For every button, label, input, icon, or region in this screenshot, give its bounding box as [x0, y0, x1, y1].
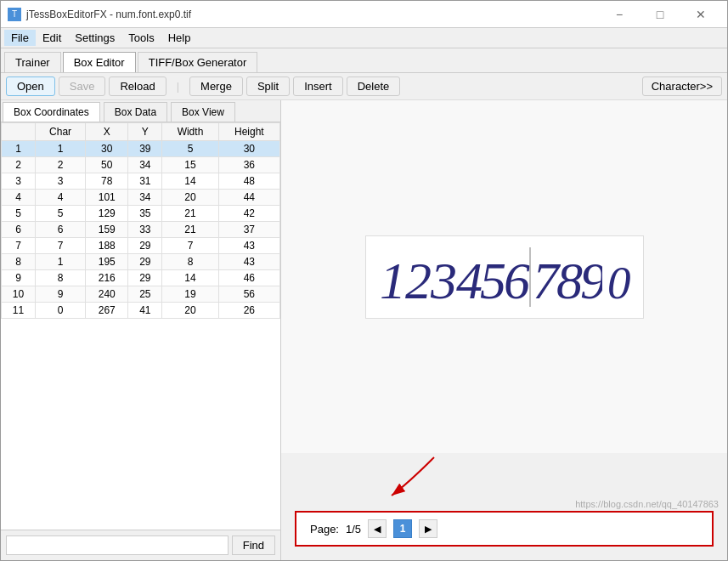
table-row[interactable]: 3378311448 — [2, 173, 280, 190]
menu-file[interactable]: File — [4, 30, 36, 46]
table-cell: 2 — [36, 157, 86, 173]
watermark: https://blog.csdn.net/qq_40147863 — [575, 499, 719, 509]
svg-text:8: 8 — [556, 252, 583, 309]
svg-text:3: 3 — [430, 252, 457, 309]
table-cell: 216 — [86, 270, 128, 286]
table-cell: 29 — [128, 238, 162, 254]
table-cell: 6 — [2, 222, 36, 238]
table-cell: 9 — [36, 286, 86, 303]
table-cell: 34 — [128, 157, 162, 173]
tab-tiff-generator[interactable]: TIFF/Box Generator — [138, 52, 258, 72]
sub-tab-box-coordinates[interactable]: Box Coordinates — [3, 102, 100, 122]
menu-tools[interactable]: Tools — [121, 30, 161, 46]
table-cell: 14 — [162, 173, 218, 190]
table-row[interactable]: 7718829743 — [2, 238, 280, 254]
sub-tab-box-view[interactable]: Box View — [171, 102, 235, 122]
right-panel: 1 2 3 4 5 6 7 — [281, 100, 727, 560]
digits-svg: 1 2 3 4 5 6 7 — [373, 243, 602, 311]
table-cell: 43 — [218, 238, 279, 254]
app-icon: T — [8, 8, 21, 21]
table-cell: 25 — [128, 286, 162, 303]
current-page-button[interactable]: 1 — [393, 519, 412, 538]
merge-button[interactable]: Merge — [189, 76, 243, 96]
split-button[interactable]: Split — [246, 76, 290, 96]
table-cell: 56 — [218, 286, 279, 303]
delete-button[interactable]: Delete — [347, 76, 401, 96]
table-cell: 188 — [86, 238, 128, 254]
table-row[interactable]: 66159332137 — [2, 222, 280, 238]
table-row[interactable]: 44101342044 — [2, 190, 280, 206]
data-table-container[interactable]: Char X Y Width Height 113039530225034153… — [1, 122, 280, 530]
table-cell: 48 — [218, 173, 279, 190]
table-cell: 1 — [2, 141, 36, 157]
table-cell: 44 — [218, 190, 279, 206]
close-button[interactable]: ✕ — [681, 1, 720, 28]
table-cell: 1 — [36, 254, 86, 270]
table-cell: 46 — [218, 270, 279, 286]
search-input[interactable] — [6, 536, 229, 555]
search-bar: Find — [1, 530, 280, 560]
table-row[interactable]: 113039530 — [2, 141, 280, 157]
table-cell: 31 — [128, 173, 162, 190]
arrow-svg — [332, 453, 502, 504]
table-cell: 21 — [162, 222, 218, 238]
table-cell: 1 — [36, 141, 86, 157]
insert-button[interactable]: Insert — [293, 76, 343, 96]
table-row[interactable]: 98216291446 — [2, 270, 280, 286]
page-info: 1/5 — [346, 523, 361, 536]
sub-tab-box-data[interactable]: Box Data — [104, 102, 167, 122]
table-cell: 240 — [86, 286, 128, 303]
table-cell: 8 — [2, 254, 36, 270]
table-row[interactable]: 109240251956 — [2, 286, 280, 303]
table-cell: 35 — [128, 206, 162, 222]
table-cell: 3 — [36, 173, 86, 190]
page-controls: ◀ 1 ▶ — [368, 519, 437, 538]
reload-button[interactable]: Reload — [109, 76, 166, 96]
minimize-button[interactable]: − — [600, 1, 639, 28]
table-cell: 159 — [86, 222, 128, 238]
table-cell: 6 — [36, 222, 86, 238]
svg-text:1: 1 — [380, 252, 406, 309]
svg-text:9: 9 — [580, 252, 602, 309]
col-header-x: X — [86, 123, 128, 141]
table-cell: 21 — [162, 206, 218, 222]
table-cell: 11 — [2, 303, 36, 319]
table-cell: 7 — [162, 238, 218, 254]
table-row[interactable]: 2250341536 — [2, 157, 280, 173]
title-bar: T jTessBoxEditorFX - num.font.exp0.tif −… — [1, 1, 727, 28]
maximize-button[interactable]: □ — [641, 1, 680, 28]
character-button[interactable]: Character>> — [642, 76, 722, 96]
open-button[interactable]: Open — [6, 76, 55, 96]
table-cell: 30 — [218, 141, 279, 157]
prev-page-button[interactable]: ◀ — [368, 519, 387, 538]
tab-box-editor[interactable]: Box Editor — [63, 52, 136, 72]
table-cell: 78 — [86, 173, 128, 190]
tab-trainer[interactable]: Trainer — [4, 52, 61, 72]
find-button[interactable]: Find — [232, 536, 275, 555]
svg-text:4: 4 — [456, 252, 483, 309]
menu-settings[interactable]: Settings — [68, 30, 121, 46]
next-page-button[interactable]: ▶ — [419, 519, 437, 538]
table-row[interactable]: 55129352142 — [2, 206, 280, 222]
table-cell: 3 — [2, 173, 36, 190]
table-row[interactable]: 8119529843 — [2, 254, 280, 270]
svg-text:2: 2 — [405, 252, 432, 309]
digit-0-svg: 0 — [606, 243, 636, 311]
save-button[interactable]: Save — [59, 76, 106, 96]
table-cell: 50 — [86, 157, 128, 173]
table-cell: 0 — [36, 303, 86, 319]
digits-display: 1 2 3 4 5 6 7 — [365, 235, 644, 319]
table-cell: 9 — [2, 270, 36, 286]
arrow-area — [281, 453, 727, 504]
menu-bar: File Edit Settings Tools Help — [1, 28, 727, 48]
menu-help[interactable]: Help — [161, 30, 198, 46]
menu-edit[interactable]: Edit — [36, 30, 68, 46]
table-cell: 36 — [218, 157, 279, 173]
table-cell: 195 — [86, 254, 128, 270]
table-cell: 5 — [2, 206, 36, 222]
table-cell: 20 — [162, 190, 218, 206]
table-cell: 20 — [162, 303, 218, 319]
table-row[interactable]: 110267412026 — [2, 303, 280, 319]
content-area: Box Coordinates Box Data Box View Char X… — [1, 100, 727, 560]
table-cell: 41 — [128, 303, 162, 319]
